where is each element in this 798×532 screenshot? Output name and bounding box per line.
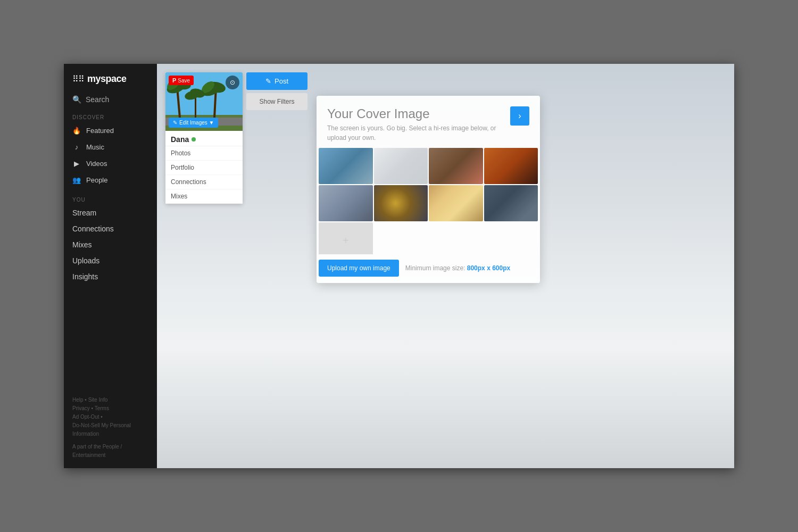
logo[interactable]: ⠿⠿ myspace bbox=[64, 64, 157, 92]
logo-dots-icon: ⠿⠿ bbox=[72, 74, 84, 84]
music-icon: ♪ bbox=[72, 143, 81, 151]
profile-image-wrapper: P Save ⊙ ✎ Edit Images ▼ bbox=[165, 72, 243, 131]
edit-icon: ✎ bbox=[173, 120, 177, 126]
help-link[interactable]: Help bbox=[72, 397, 84, 403]
lens-icon: ⊙ bbox=[230, 79, 235, 86]
sidebar-item-stream[interactable]: Stream bbox=[64, 205, 157, 221]
profile-name: Dana bbox=[171, 135, 237, 144]
cover-modal-text: Your Cover Image The screen is yours. Go… bbox=[327, 106, 510, 143]
edit-images-button[interactable]: ✎ Edit Images ▼ bbox=[169, 118, 218, 128]
profile-menu-mixes[interactable]: Mixes bbox=[165, 189, 243, 204]
cover-image-modal: Your Cover Image The screen is yours. Go… bbox=[317, 96, 540, 283]
site-info-link[interactable]: Site Info bbox=[88, 397, 108, 403]
cover-image-option-8[interactable] bbox=[484, 185, 538, 221]
upload-label: Upload my own image bbox=[327, 264, 390, 272]
cover-image-option-3[interactable] bbox=[429, 148, 483, 184]
sidebar-footer: Help • Site Info Privacy • Terms Ad Opt-… bbox=[64, 387, 157, 468]
sidebar-item-people-label: People bbox=[86, 176, 107, 184]
sidebar-item-uploads[interactable]: Uploads bbox=[64, 253, 157, 269]
privacy-link[interactable]: Privacy bbox=[72, 405, 90, 411]
post-label: Post bbox=[275, 77, 288, 85]
min-size-value: 800px x 600px bbox=[467, 264, 510, 272]
sidebar-item-videos[interactable]: ▶ Videos bbox=[64, 155, 157, 172]
cover-image-option-7[interactable] bbox=[429, 185, 483, 221]
post-icon: ✎ bbox=[265, 77, 271, 85]
logo-text: myspace bbox=[87, 73, 127, 85]
action-buttons: ✎ Post Show Filters bbox=[246, 72, 307, 110]
cover-image-option-1[interactable] bbox=[319, 148, 373, 184]
show-filters-button[interactable]: Show Filters bbox=[246, 93, 307, 110]
sidebar: ⠿⠿ myspace 🔍 Search DISCOVER 🔥 Featured … bbox=[64, 64, 157, 468]
profile-name-text: Dana bbox=[171, 135, 189, 144]
terms-link[interactable]: Terms bbox=[95, 405, 109, 411]
profile-menu-portfolio[interactable]: Portfolio bbox=[165, 161, 243, 175]
online-status-dot bbox=[192, 137, 196, 142]
next-icon: › bbox=[518, 111, 521, 121]
cover-image-grid: + bbox=[317, 148, 540, 254]
search-label: Search bbox=[86, 95, 109, 104]
edit-images-label: Edit Images ▼ bbox=[179, 120, 214, 126]
post-button[interactable]: ✎ Post bbox=[246, 72, 307, 90]
pinterest-save-button[interactable]: P Save bbox=[169, 76, 194, 85]
cover-modal-header: Your Cover Image The screen is yours. Go… bbox=[317, 96, 540, 148]
profile-menu-connections[interactable]: Connections bbox=[165, 175, 243, 189]
people-icon: 👥 bbox=[72, 176, 81, 184]
filters-label: Show Filters bbox=[259, 98, 294, 105]
min-size-text: Minimum image size: 800px x 600px bbox=[405, 264, 510, 272]
cover-image-option-4[interactable] bbox=[484, 148, 538, 184]
sidebar-item-videos-label: Videos bbox=[86, 160, 107, 168]
cover-image-option-2[interactable] bbox=[374, 148, 428, 184]
pinterest-icon: P bbox=[172, 77, 176, 84]
cover-modal-title: Your Cover Image bbox=[327, 106, 510, 121]
sidebar-item-insights[interactable]: Insights bbox=[64, 269, 157, 285]
cover-modal-footer: Upload my own image Minimum image size: … bbox=[317, 254, 540, 283]
save-label: Save bbox=[178, 78, 190, 84]
do-not-sell-link[interactable]: Do-Not-Sell My Personal Information bbox=[72, 422, 131, 437]
you-section-label: YOU bbox=[64, 194, 157, 205]
search-icon: 🔍 bbox=[72, 95, 81, 104]
upload-image-button[interactable]: Upload my own image bbox=[319, 260, 399, 277]
profile-name-section: Dana bbox=[165, 131, 243, 146]
sidebar-item-music[interactable]: ♪ Music bbox=[64, 139, 157, 155]
search-button[interactable]: 🔍 Search bbox=[64, 92, 157, 111]
cover-modal-next-button[interactable]: › bbox=[510, 106, 529, 126]
sidebar-item-mixes[interactable]: Mixes bbox=[64, 237, 157, 253]
profile-card: P Save ⊙ ✎ Edit Images ▼ Dana Photos bbox=[165, 72, 243, 204]
cover-modal-description: The screen is yours. Go big. Select a hi… bbox=[327, 123, 510, 143]
sidebar-item-featured[interactable]: 🔥 Featured bbox=[64, 122, 157, 139]
ad-opt-out-link[interactable]: Ad Opt-Out bbox=[72, 414, 99, 420]
featured-icon: 🔥 bbox=[72, 127, 81, 135]
tagline: A part of the People / Entertainment bbox=[72, 444, 122, 458]
image-search-button[interactable]: ⊙ bbox=[226, 76, 239, 89]
video-icon: ▶ bbox=[72, 160, 81, 168]
sidebar-item-connections[interactable]: Connections bbox=[64, 221, 157, 237]
sidebar-item-people[interactable]: 👥 People bbox=[64, 172, 157, 188]
profile-menu: Photos Portfolio Connections Mixes bbox=[165, 146, 243, 204]
cover-image-option-6[interactable] bbox=[374, 185, 428, 221]
cover-image-option-5[interactable] bbox=[319, 185, 373, 221]
sidebar-item-featured-label: Featured bbox=[86, 127, 114, 135]
cover-image-option-9[interactable]: + bbox=[319, 222, 373, 254]
svg-rect-12 bbox=[195, 96, 196, 118]
discover-section-label: DISCOVER bbox=[64, 111, 157, 122]
profile-menu-photos[interactable]: Photos bbox=[165, 146, 243, 161]
sidebar-item-music-label: Music bbox=[86, 143, 104, 151]
main-content: P Save ⊙ ✎ Edit Images ▼ Dana Photos bbox=[157, 64, 734, 468]
